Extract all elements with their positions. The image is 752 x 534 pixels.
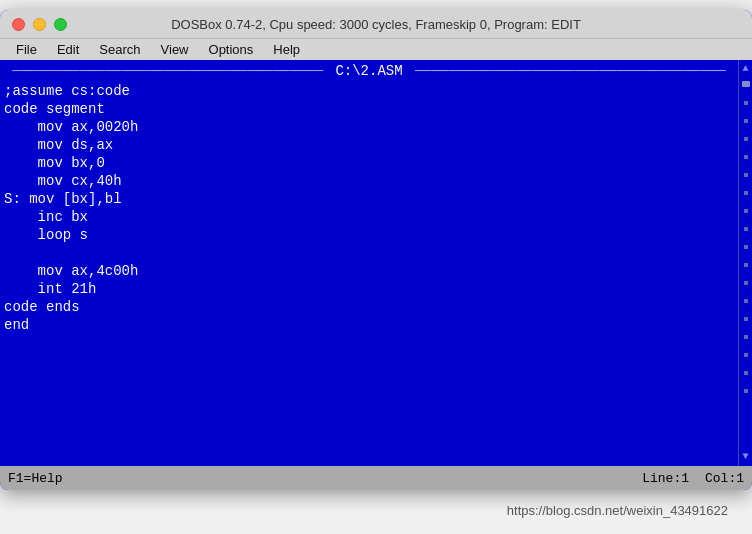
scroll-dot — [744, 371, 748, 375]
scroll-dot — [744, 191, 748, 195]
scroll-dot — [744, 335, 748, 339]
code-line-11: mov ax,4c00h — [4, 262, 734, 280]
menu-file[interactable]: File — [8, 40, 45, 59]
watermark: https://blog.csdn.net/weixin_43491622 — [491, 495, 744, 526]
scroll-dot — [744, 173, 748, 177]
scroll-dot — [744, 227, 748, 231]
code-line-13: code ends — [4, 298, 734, 316]
scroll-dot — [744, 101, 748, 105]
scroll-down-arrow[interactable]: ▼ — [742, 449, 748, 465]
minimize-button[interactable] — [33, 18, 46, 31]
menu-search[interactable]: Search — [91, 40, 148, 59]
title-bar: DOSBox 0.74-2, Cpu speed: 3000 cycles, F… — [0, 10, 752, 38]
code-line-16 — [4, 352, 734, 370]
scroll-dot — [744, 389, 748, 393]
scroll-dot — [744, 353, 748, 357]
close-button[interactable] — [12, 18, 25, 31]
scroll-dot — [744, 299, 748, 303]
status-col: Col:1 — [705, 471, 744, 486]
window-title: DOSBox 0.74-2, Cpu speed: 3000 cycles, F… — [171, 17, 581, 32]
code-line-10 — [4, 244, 734, 262]
editor-area[interactable]: ───────────────────────────────────── C:… — [0, 60, 738, 466]
scroll-dot — [744, 263, 748, 267]
code-line-15 — [4, 334, 734, 352]
code-line-17 — [4, 370, 734, 388]
scroll-dot — [744, 119, 748, 123]
code-line-1: ;assume cs:code — [4, 82, 734, 100]
title-line: ───────────────────────────────────── C:… — [4, 62, 734, 80]
status-bar: F1=Help Line:1 Col:1 — [0, 466, 752, 490]
scroll-dot — [744, 155, 748, 159]
code-line-18 — [4, 388, 734, 406]
code-line-9: loop s — [4, 226, 734, 244]
dosbox-window: DOSBox 0.74-2, Cpu speed: 3000 cycles, F… — [0, 10, 752, 490]
menu-help[interactable]: Help — [265, 40, 308, 59]
code-line-4: mov ds,ax — [4, 136, 734, 154]
menu-options[interactable]: Options — [201, 40, 262, 59]
scroll-dot — [744, 317, 748, 321]
code-line-12: int 21h — [4, 280, 734, 298]
code-line-3: mov ax,0020h — [4, 118, 734, 136]
menu-bar: File Edit Search View Options Help — [0, 38, 752, 60]
status-position: Line:1 Col:1 — [642, 471, 744, 486]
code-area: ;assume cs:codecode segment mov ax,0020h… — [4, 82, 734, 442]
code-line-20 — [4, 424, 734, 442]
code-line-2: code segment — [4, 100, 734, 118]
scroll-indicator — [742, 81, 750, 87]
status-line: Line:1 — [642, 471, 689, 486]
menu-view[interactable]: View — [153, 40, 197, 59]
scroll-dot — [744, 209, 748, 213]
scroll-dot — [744, 137, 748, 141]
scroll-track — [742, 77, 750, 449]
code-line-14: end — [4, 316, 734, 334]
scroll-dot — [744, 281, 748, 285]
code-line-6: mov cx,40h — [4, 172, 734, 190]
code-line-8: inc bx — [4, 208, 734, 226]
dos-screen: ───────────────────────────────────── C:… — [0, 60, 752, 466]
scroll-dot — [744, 245, 748, 249]
code-line-5: mov bx,0 — [4, 154, 734, 172]
code-line-19 — [4, 406, 734, 424]
menu-edit[interactable]: Edit — [49, 40, 87, 59]
file-name: C:\2.ASM — [331, 62, 406, 80]
scrollbar-right[interactable]: ▲ — [738, 60, 752, 466]
maximize-button[interactable] — [54, 18, 67, 31]
status-help: F1=Help — [8, 471, 642, 486]
code-line-7: S: mov [bx],bl — [4, 190, 734, 208]
scroll-up-arrow[interactable]: ▲ — [742, 61, 748, 77]
